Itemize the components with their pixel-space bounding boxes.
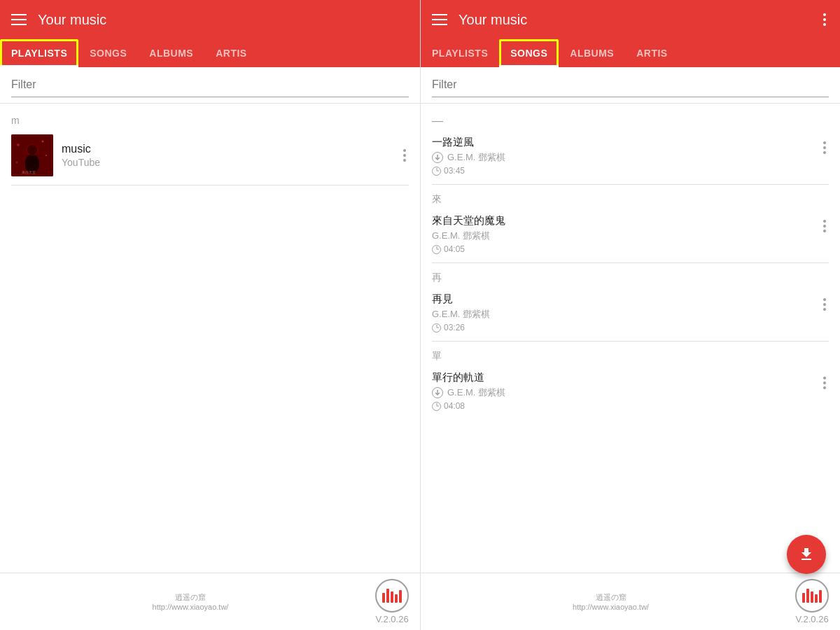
song-item-4[interactable]: 單行的軌道 G.E.M. 鄧紫棋 04:08 xyxy=(421,365,840,416)
song-artist-row-2: G.E.M. 鄧紫棋 xyxy=(432,230,820,242)
playlist-item-music[interactable]: 来自天堂 music YouTube xyxy=(0,129,420,182)
song-duration-4: 04:08 xyxy=(444,401,465,411)
song-details-4: 單行的軌道 G.E.M. 鄧紫棋 04:08 xyxy=(432,371,820,411)
song-duration-2: 04:05 xyxy=(444,244,465,254)
right-version-icon xyxy=(795,579,829,612)
tab-songs-right[interactable]: SONGS xyxy=(499,39,559,67)
right-header: Your music xyxy=(421,0,840,39)
song-more-2[interactable] xyxy=(820,214,829,238)
left-menu-icon[interactable] xyxy=(11,14,27,25)
song-artist-row-1: G.E.M. 鄧紫棋 xyxy=(432,151,820,164)
song-divider-1 xyxy=(432,184,829,185)
left-watermark: 逍遥の窟 http://www.xiaoyao.tw/ xyxy=(11,592,370,611)
playlist-art: 来自天堂 xyxy=(11,134,53,176)
clock-icon-4 xyxy=(432,402,441,411)
right-version-text: V.2.0.26 xyxy=(795,614,828,624)
left-header: Your music xyxy=(0,0,420,39)
song-title-4: 單行的軌道 xyxy=(432,371,820,384)
watermark-line2-left: http://www.xiaoyao.tw/ xyxy=(153,603,229,611)
playlist-more-button[interactable] xyxy=(400,144,409,167)
svg-point-2 xyxy=(42,141,44,143)
left-filter-container xyxy=(0,67,420,104)
bar-1 xyxy=(382,593,385,603)
song-duration-row-3: 03:26 xyxy=(432,323,820,332)
bar-3 xyxy=(391,592,393,603)
playlist-source: YouTube xyxy=(62,157,392,168)
song-row-3: 再見 G.E.M. 鄧紫棋 03:26 xyxy=(432,293,829,332)
song-divider-3 xyxy=(432,341,829,342)
right-bars-icon xyxy=(802,589,822,603)
fab-download-button[interactable] xyxy=(787,535,826,574)
right-filter-input[interactable] xyxy=(432,76,829,97)
playlist-divider xyxy=(11,185,409,186)
playlist-info: music YouTube xyxy=(62,143,392,168)
right-version-container: V.2.0.26 xyxy=(795,579,829,624)
watermark-line1-left: 逍遥の窟 xyxy=(175,592,206,603)
song-row-1: 一路逆風 G.E.M. 鄧紫棋 03:45 xyxy=(432,136,829,176)
song-item-1[interactable]: 一路逆風 G.E.M. 鄧紫棋 03:45 xyxy=(421,130,840,181)
song-artist-row-4: G.E.M. 鄧紫棋 xyxy=(432,386,820,399)
tab-albums-left[interactable]: ALBUMS xyxy=(138,39,204,67)
clock-icon-1 xyxy=(432,167,441,176)
left-filter-input[interactable] xyxy=(11,76,409,97)
song-title-2: 來自天堂的魔鬼 xyxy=(432,214,820,227)
section-m: m xyxy=(0,109,420,129)
playlist-thumb-inner: 来自天堂 xyxy=(11,134,53,176)
song-more-4[interactable] xyxy=(820,371,829,395)
song-details-3: 再見 G.E.M. 鄧紫棋 03:26 xyxy=(432,293,820,332)
song-more-3[interactable] xyxy=(820,293,829,316)
song-more-1[interactable] xyxy=(820,136,829,160)
song-duration-1: 03:45 xyxy=(444,166,465,176)
right-menu-icon[interactable] xyxy=(432,14,447,25)
svg-text:来自天堂: 来自天堂 xyxy=(22,170,36,174)
section-lai: 來 xyxy=(421,188,840,209)
tab-playlists-left[interactable]: PLAYLISTS xyxy=(0,39,78,67)
download-arrow-svg-4 xyxy=(434,389,441,396)
left-bottom-bar: 逍遥の窟 http://www.xiaoyao.tw/ V.2.0.26 xyxy=(0,573,420,630)
tab-artists-right[interactable]: ARTIS xyxy=(625,39,679,67)
bar-r4 xyxy=(815,594,818,603)
right-content: — 一路逆風 G.E.M. 鄧紫棋 xyxy=(421,104,840,573)
download-icon-1 xyxy=(432,152,443,163)
tab-artists-left[interactable]: ARTIS xyxy=(204,39,258,67)
song-item-2[interactable]: 來自天堂的魔鬼 G.E.M. 鄧紫棋 04:05 xyxy=(421,209,840,260)
song-artist-2: G.E.M. 鄧紫棋 xyxy=(432,230,490,242)
tab-albums-right[interactable]: ALBUMS xyxy=(559,39,625,67)
left-panel: Your music PLAYLISTS SONGS ALBUMS ARTIS … xyxy=(0,0,420,630)
right-bottom-bar: 逍遥の窟 http://www.xiaoyao.tw/ V.2.0.26 xyxy=(421,573,840,630)
clock-icon-3 xyxy=(432,323,441,332)
svg-point-7 xyxy=(26,144,38,156)
playlist-thumbnail: 来自天堂 xyxy=(11,134,53,176)
song-details-2: 來自天堂的魔鬼 G.E.M. 鄧紫棋 04:05 xyxy=(432,214,820,254)
tab-songs-left[interactable]: SONGS xyxy=(78,39,138,67)
section-dan: 單 xyxy=(421,344,840,365)
section-dash: — xyxy=(421,109,840,130)
right-header-title: Your music xyxy=(458,12,809,28)
bar-2 xyxy=(386,589,389,603)
fab-download-svg xyxy=(798,546,815,563)
download-icon-4 xyxy=(432,387,443,398)
right-more-vert-icon[interactable] xyxy=(820,10,829,29)
song-title-1: 一路逆風 xyxy=(432,136,820,149)
playlist-name: music xyxy=(62,143,392,155)
song-artist-3: G.E.M. 鄧紫棋 xyxy=(432,308,490,321)
left-header-title: Your music xyxy=(38,12,409,28)
song-row-2: 來自天堂的魔鬼 G.E.M. 鄧紫棋 04:05 xyxy=(432,214,829,254)
bar-r1 xyxy=(802,593,805,603)
song-artist-row-3: G.E.M. 鄧紫棋 xyxy=(432,308,820,321)
song-duration-3: 03:26 xyxy=(444,323,465,332)
song-artist-1: G.E.M. 鄧紫棋 xyxy=(447,151,505,164)
section-zai: 再 xyxy=(421,266,840,287)
right-watermark: 逍遥の窟 http://www.xiaoyao.tw/ xyxy=(432,592,790,611)
left-version-icon xyxy=(375,579,409,612)
fab-download-icon xyxy=(798,546,815,563)
watermark-line1-right: 逍遥の窟 xyxy=(596,592,626,603)
watermark-line2-right: http://www.xiaoyao.tw/ xyxy=(573,603,649,611)
clock-icon-2 xyxy=(432,245,441,254)
bar-5 xyxy=(399,590,402,603)
right-tabs: PLAYLISTS SONGS ALBUMS ARTIS xyxy=(421,39,840,67)
left-tabs: PLAYLISTS SONGS ALBUMS ARTIS xyxy=(0,39,420,67)
song-item-3[interactable]: 再見 G.E.M. 鄧紫棋 03:26 xyxy=(421,287,840,338)
song-details-1: 一路逆風 G.E.M. 鄧紫棋 03:45 xyxy=(432,136,820,176)
tab-playlists-right[interactable]: PLAYLISTS xyxy=(421,39,499,67)
